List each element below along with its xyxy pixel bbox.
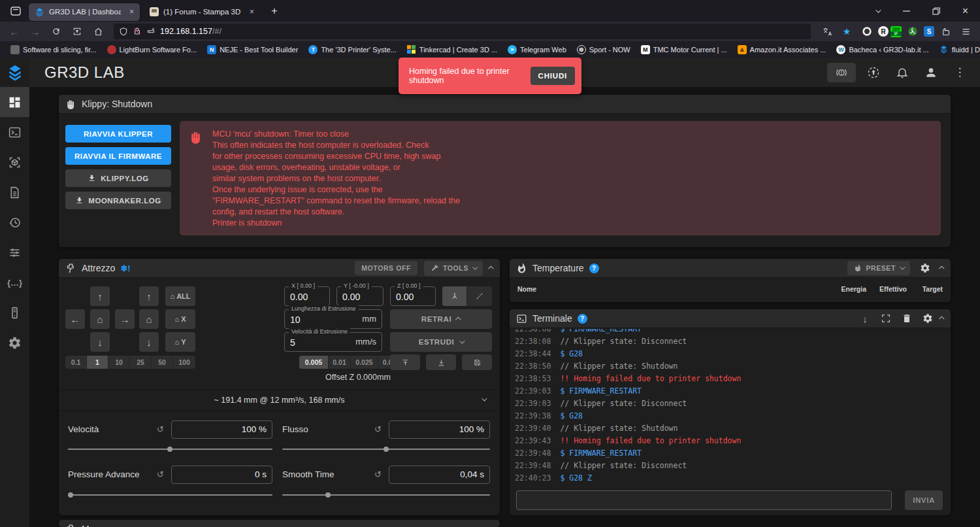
jog-step-option[interactable]: 1 — [87, 356, 108, 369]
bookmark-fluidd[interactable]: fluidd | Dashboard — [936, 44, 980, 56]
console-input[interactable] — [516, 490, 892, 510]
forward-icon[interactable]: → — [26, 24, 44, 39]
home-x-button[interactable]: ⌂X — [165, 309, 195, 329]
clear-console-trash-icon[interactable] — [898, 311, 915, 326]
sidebar-item-gcode-preview[interactable] — [0, 147, 29, 177]
sidebar-item-history[interactable] — [0, 207, 29, 237]
back-icon[interactable]: ← — [5, 24, 24, 39]
reset-icon[interactable]: ↺ — [157, 424, 164, 434]
tab-close-icon[interactable]: × — [250, 7, 254, 16]
preset-dropdown-button[interactable]: PRESET — [847, 261, 910, 275]
bookmark-lightburn[interactable]: LightBurn Software Fo... — [103, 44, 201, 56]
permissions-icon[interactable] — [146, 27, 155, 36]
slider-thumb[interactable] — [68, 492, 73, 498]
y-position-field[interactable]: Y [ -0.00 ]0.00 — [336, 286, 384, 306]
bookmark-telegram[interactable]: ➤Telegram Web — [504, 44, 570, 56]
restart-firmware-button[interactable]: RIAVVIA IL FIRMWARE — [65, 147, 171, 165]
reset-icon[interactable]: ↺ — [374, 469, 382, 479]
collapse-panel-icon[interactable] — [939, 265, 944, 271]
jog-step-option[interactable]: 50 — [152, 356, 173, 369]
bookmark-tinkercad[interactable]: Tinkercad | Create 3D ... — [403, 44, 501, 56]
z-step-option[interactable]: 0.025 — [351, 356, 378, 369]
slider-thumb[interactable] — [384, 447, 389, 452]
jog-step-option[interactable]: 10 — [108, 356, 130, 369]
fluidd-logo[interactable] — [0, 58, 29, 87]
reset-icon[interactable]: ↺ — [157, 469, 164, 479]
relative-mode-icon[interactable] — [467, 286, 492, 306]
home-icon[interactable] — [89, 24, 107, 39]
printer-name[interactable]: GR3D LAB — [44, 63, 125, 82]
sidebar-item-configure[interactable]: {…} — [0, 267, 29, 298]
z-step-option[interactable]: 0.01 — [329, 356, 351, 369]
restart-klipper-button[interactable]: RIAVVIA KLIPPER — [65, 125, 171, 143]
home-y-button[interactable]: ⌂Y — [165, 332, 195, 352]
reset-icon[interactable]: ↺ — [374, 424, 382, 434]
x-position-field[interactable]: X [ 0.00 ]0.00 — [284, 286, 330, 306]
fullscreen-icon[interactable] — [877, 311, 894, 326]
home-all-button[interactable]: ⌂ALL — [165, 286, 195, 306]
send-button[interactable]: INVIA — [905, 490, 943, 510]
collapse-panel-icon[interactable] — [939, 316, 944, 321]
bookmark-amazon[interactable]: aAmazon.it Associates ... — [734, 44, 830, 56]
fan-extension-icon[interactable] — [904, 24, 922, 39]
klippy-log-button[interactable]: KLIPPY.LOG — [65, 169, 171, 187]
z-position-field[interactable]: Z [ 0.00 ]0.00 — [390, 286, 436, 306]
jog-y-minus-button[interactable]: ↓ — [90, 332, 110, 352]
bookmark-tmc[interactable]: MTMC Motor Current | ... — [637, 44, 731, 56]
slider-thumb[interactable] — [325, 492, 331, 498]
emergency-stop-button[interactable] — [827, 63, 856, 82]
printer-extension-icon[interactable] — [858, 24, 876, 39]
s-extension-icon[interactable]: S — [924, 26, 934, 37]
help-icon[interactable]: ? — [589, 264, 599, 273]
jog-step-option[interactable]: 100 — [173, 356, 195, 369]
jog-step-selector[interactable]: 0.1 1 10 25 50 100 — [65, 356, 195, 369]
terminal-settings-gear-icon[interactable] — [919, 311, 936, 326]
window-restore-button[interactable] — [921, 0, 951, 22]
bookmark-sport[interactable]: ◍Sport - NOW — [573, 44, 634, 56]
jog-z-minus-button[interactable]: ↓ — [139, 332, 159, 352]
extrude-speed-field[interactable]: Velocità di Estrusione5mm/s — [284, 332, 382, 352]
bookmark-slicing[interactable]: Software di slicing, fir... — [7, 44, 101, 56]
tools-dropdown-button[interactable]: TOOLS — [424, 261, 483, 276]
r-extension-icon[interactable]: R — [878, 26, 889, 37]
sidebar-item-tune[interactable] — [0, 237, 29, 267]
temperature-settings-gear-icon[interactable] — [917, 261, 934, 275]
notifications-bell-icon[interactable] — [891, 63, 913, 82]
address-bar[interactable]: 192.168.1.157/#/ — [114, 24, 811, 39]
snackbar-close-button[interactable]: CHIUDI — [531, 67, 575, 85]
motors-off-button[interactable]: MOTORS OFF — [355, 261, 417, 275]
url-text[interactable]: 192.168.1.157/#/ — [160, 27, 221, 36]
speed-slider[interactable] — [68, 449, 272, 450]
z-offset-step-selector[interactable]: 0.005 0.01 0.025 0.05 — [299, 356, 400, 369]
jog-y-plus-button[interactable]: ↑ — [90, 286, 110, 306]
bookmark-neje[interactable]: NNEJE - Best Tool Builder — [203, 44, 302, 56]
scroll-to-bottom-icon[interactable]: ↓ — [857, 311, 874, 326]
jog-step-option[interactable]: 0.1 — [65, 356, 87, 369]
tab-list-chevron[interactable] — [862, 0, 892, 22]
z-offset-save-button[interactable] — [462, 354, 492, 370]
kebab-menu-icon[interactable]: ⋮ — [949, 63, 971, 82]
bookmark-3dprinter[interactable]: TThe '3D Printer' Syste... — [304, 44, 400, 56]
slider-thumb[interactable] — [167, 447, 172, 452]
collapse-panel-icon[interactable] — [488, 265, 493, 271]
jog-x-minus-button[interactable]: ← — [65, 309, 85, 329]
user-icon[interactable] — [920, 63, 942, 82]
window-close-button[interactable]: × — [951, 0, 980, 22]
speed-value[interactable]: 100 % — [171, 420, 272, 439]
z-offset-down-button[interactable] — [426, 354, 456, 370]
console-output[interactable]: 22:38:08$ FIRMWARE_RESTART 22:38:08// Kl… — [515, 329, 945, 488]
z-offset-up-button[interactable] — [390, 354, 420, 370]
extrude-length-field[interactable]: Lunghezza di Estrusione10mm — [284, 309, 382, 329]
updates-icon[interactable] — [862, 63, 885, 82]
menu-hamburger-icon[interactable] — [956, 24, 975, 39]
sidebar-item-dashboard[interactable] — [0, 87, 29, 117]
extrude-button[interactable]: ESTRUDI — [390, 332, 492, 352]
firefox-view-icon[interactable] — [7, 3, 25, 19]
smooth-time-value[interactable]: 0,04 s — [389, 466, 490, 484]
if-extension-icon[interactable]: 200IF — [890, 26, 902, 37]
reload-icon[interactable] — [47, 24, 65, 39]
tracking-shield-icon[interactable] — [119, 27, 128, 36]
jog-step-option[interactable]: 25 — [130, 356, 152, 369]
home-xy-button[interactable]: ⌂ — [90, 309, 110, 329]
tab-close-icon[interactable]: × — [129, 7, 134, 16]
